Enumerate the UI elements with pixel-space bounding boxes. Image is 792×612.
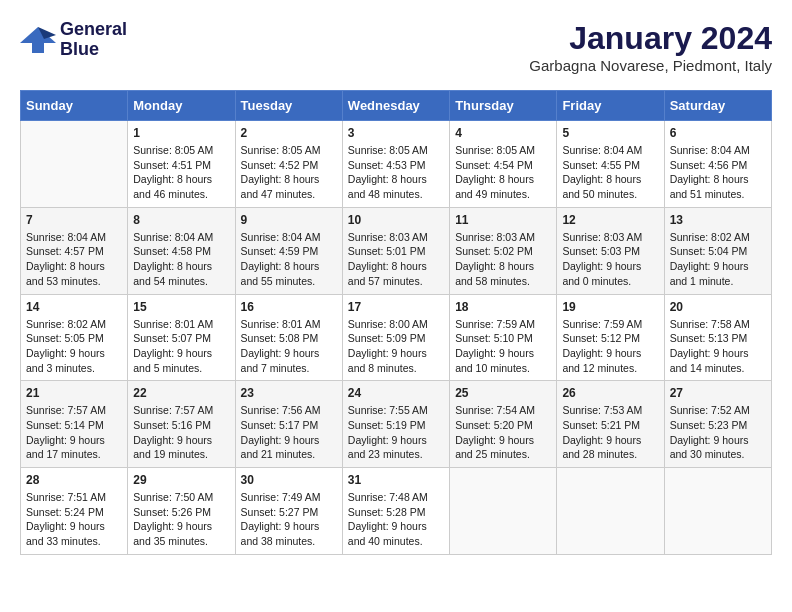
calendar-day-cell: 21Sunrise: 7:57 AM Sunset: 5:14 PM Dayli… [21,381,128,468]
day-info: Sunrise: 8:04 AM Sunset: 4:56 PM Dayligh… [670,143,766,202]
calendar-day-cell: 22Sunrise: 7:57 AM Sunset: 5:16 PM Dayli… [128,381,235,468]
weekday-header-cell: Tuesday [235,91,342,121]
day-info: Sunrise: 8:01 AM Sunset: 5:07 PM Dayligh… [133,317,229,376]
day-info: Sunrise: 7:54 AM Sunset: 5:20 PM Dayligh… [455,403,551,462]
calendar-day-cell: 29Sunrise: 7:50 AM Sunset: 5:26 PM Dayli… [128,468,235,555]
day-info: Sunrise: 7:53 AM Sunset: 5:21 PM Dayligh… [562,403,658,462]
day-number: 10 [348,213,444,227]
calendar-day-cell: 27Sunrise: 7:52 AM Sunset: 5:23 PM Dayli… [664,381,771,468]
weekday-header-cell: Wednesday [342,91,449,121]
calendar-day-cell: 9Sunrise: 8:04 AM Sunset: 4:59 PM Daylig… [235,207,342,294]
calendar-day-cell: 6Sunrise: 8:04 AM Sunset: 4:56 PM Daylig… [664,121,771,208]
day-info: Sunrise: 8:00 AM Sunset: 5:09 PM Dayligh… [348,317,444,376]
calendar-day-cell: 4Sunrise: 8:05 AM Sunset: 4:54 PM Daylig… [450,121,557,208]
day-info: Sunrise: 7:58 AM Sunset: 5:13 PM Dayligh… [670,317,766,376]
calendar-day-cell: 24Sunrise: 7:55 AM Sunset: 5:19 PM Dayli… [342,381,449,468]
day-info: Sunrise: 7:52 AM Sunset: 5:23 PM Dayligh… [670,403,766,462]
calendar-day-cell: 20Sunrise: 7:58 AM Sunset: 5:13 PM Dayli… [664,294,771,381]
calendar-day-cell: 15Sunrise: 8:01 AM Sunset: 5:07 PM Dayli… [128,294,235,381]
day-number: 11 [455,213,551,227]
calendar-table: SundayMondayTuesdayWednesdayThursdayFrid… [20,90,772,555]
calendar-day-cell: 1Sunrise: 8:05 AM Sunset: 4:51 PM Daylig… [128,121,235,208]
weekday-header-cell: Sunday [21,91,128,121]
calendar-day-cell [557,468,664,555]
day-info: Sunrise: 7:57 AM Sunset: 5:16 PM Dayligh… [133,403,229,462]
day-info: Sunrise: 7:56 AM Sunset: 5:17 PM Dayligh… [241,403,337,462]
day-info: Sunrise: 8:05 AM Sunset: 4:51 PM Dayligh… [133,143,229,202]
calendar-day-cell: 19Sunrise: 7:59 AM Sunset: 5:12 PM Dayli… [557,294,664,381]
day-info: Sunrise: 8:05 AM Sunset: 4:54 PM Dayligh… [455,143,551,202]
day-info: Sunrise: 7:59 AM Sunset: 5:12 PM Dayligh… [562,317,658,376]
calendar-week-row: 7Sunrise: 8:04 AM Sunset: 4:57 PM Daylig… [21,207,772,294]
day-number: 19 [562,300,658,314]
day-info: Sunrise: 8:05 AM Sunset: 4:53 PM Dayligh… [348,143,444,202]
day-number: 17 [348,300,444,314]
day-number: 26 [562,386,658,400]
calendar-day-cell: 13Sunrise: 8:02 AM Sunset: 5:04 PM Dayli… [664,207,771,294]
day-info: Sunrise: 8:04 AM Sunset: 4:57 PM Dayligh… [26,230,122,289]
day-number: 30 [241,473,337,487]
calendar-day-cell: 18Sunrise: 7:59 AM Sunset: 5:10 PM Dayli… [450,294,557,381]
day-info: Sunrise: 8:03 AM Sunset: 5:03 PM Dayligh… [562,230,658,289]
day-number: 15 [133,300,229,314]
day-info: Sunrise: 8:02 AM Sunset: 5:04 PM Dayligh… [670,230,766,289]
logo-icon [20,25,56,55]
calendar-week-row: 28Sunrise: 7:51 AM Sunset: 5:24 PM Dayli… [21,468,772,555]
day-number: 18 [455,300,551,314]
logo-text-line1: General [60,20,127,40]
logo-text-line2: Blue [60,40,127,60]
day-number: 12 [562,213,658,227]
day-number: 8 [133,213,229,227]
day-number: 24 [348,386,444,400]
calendar-day-cell: 12Sunrise: 8:03 AM Sunset: 5:03 PM Dayli… [557,207,664,294]
day-info: Sunrise: 8:01 AM Sunset: 5:08 PM Dayligh… [241,317,337,376]
day-info: Sunrise: 7:49 AM Sunset: 5:27 PM Dayligh… [241,490,337,549]
day-number: 9 [241,213,337,227]
day-number: 13 [670,213,766,227]
weekday-header-cell: Thursday [450,91,557,121]
weekday-header-row: SundayMondayTuesdayWednesdayThursdayFrid… [21,91,772,121]
day-info: Sunrise: 8:05 AM Sunset: 4:52 PM Dayligh… [241,143,337,202]
calendar-day-cell: 28Sunrise: 7:51 AM Sunset: 5:24 PM Dayli… [21,468,128,555]
calendar-day-cell: 16Sunrise: 8:01 AM Sunset: 5:08 PM Dayli… [235,294,342,381]
day-info: Sunrise: 7:51 AM Sunset: 5:24 PM Dayligh… [26,490,122,549]
calendar-day-cell: 30Sunrise: 7:49 AM Sunset: 5:27 PM Dayli… [235,468,342,555]
svg-marker-0 [20,27,56,53]
day-number: 27 [670,386,766,400]
weekday-header-cell: Saturday [664,91,771,121]
month-title: January 2024 [529,20,772,57]
calendar-week-row: 21Sunrise: 7:57 AM Sunset: 5:14 PM Dayli… [21,381,772,468]
day-number: 20 [670,300,766,314]
day-number: 31 [348,473,444,487]
day-number: 14 [26,300,122,314]
day-number: 29 [133,473,229,487]
day-number: 28 [26,473,122,487]
calendar-day-cell: 23Sunrise: 7:56 AM Sunset: 5:17 PM Dayli… [235,381,342,468]
day-number: 2 [241,126,337,140]
day-number: 21 [26,386,122,400]
day-info: Sunrise: 7:50 AM Sunset: 5:26 PM Dayligh… [133,490,229,549]
calendar-week-row: 1Sunrise: 8:05 AM Sunset: 4:51 PM Daylig… [21,121,772,208]
title-block: January 2024 Garbagna Novarese, Piedmont… [529,20,772,74]
calendar-day-cell: 10Sunrise: 8:03 AM Sunset: 5:01 PM Dayli… [342,207,449,294]
day-info: Sunrise: 7:59 AM Sunset: 5:10 PM Dayligh… [455,317,551,376]
day-info: Sunrise: 8:02 AM Sunset: 5:05 PM Dayligh… [26,317,122,376]
day-info: Sunrise: 8:03 AM Sunset: 5:01 PM Dayligh… [348,230,444,289]
day-info: Sunrise: 8:03 AM Sunset: 5:02 PM Dayligh… [455,230,551,289]
calendar-day-cell [664,468,771,555]
day-info: Sunrise: 8:04 AM Sunset: 4:58 PM Dayligh… [133,230,229,289]
weekday-header-cell: Friday [557,91,664,121]
day-number: 5 [562,126,658,140]
calendar-day-cell: 5Sunrise: 8:04 AM Sunset: 4:55 PM Daylig… [557,121,664,208]
calendar-day-cell [21,121,128,208]
weekday-header-cell: Monday [128,91,235,121]
calendar-day-cell: 14Sunrise: 8:02 AM Sunset: 5:05 PM Dayli… [21,294,128,381]
day-info: Sunrise: 7:57 AM Sunset: 5:14 PM Dayligh… [26,403,122,462]
page-header: General Blue January 2024 Garbagna Novar… [20,20,772,74]
day-number: 25 [455,386,551,400]
day-info: Sunrise: 8:04 AM Sunset: 4:55 PM Dayligh… [562,143,658,202]
day-info: Sunrise: 7:48 AM Sunset: 5:28 PM Dayligh… [348,490,444,549]
logo: General Blue [20,20,127,60]
day-number: 22 [133,386,229,400]
day-number: 1 [133,126,229,140]
